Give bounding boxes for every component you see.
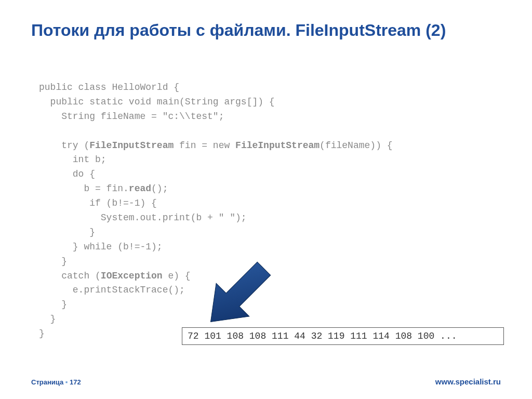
footer-page-label: Страница — [31, 378, 63, 386]
code-line: try (FileInputStream fin = new FileInput… — [39, 140, 393, 151]
code-line: int b; — [39, 154, 107, 165]
code-line: b = fin.read(); — [39, 183, 168, 194]
code-line: if (b!=-1) { — [39, 198, 157, 208]
output-box: 72 101 108 108 111 44 32 119 111 114 108… — [182, 327, 504, 345]
code-line: } — [39, 314, 56, 324]
code-line: } while (b!=-1); — [39, 242, 163, 252]
code-line: } — [39, 328, 45, 339]
code-line: String fileName = "c:\\test"; — [39, 111, 224, 122]
footer-page-number: 172 — [70, 378, 81, 386]
code-line: public class HelloWorld { — [39, 82, 179, 92]
code-line: } — [39, 227, 95, 237]
code-line: } — [39, 299, 67, 310]
code-line: public static void main(String args[]) { — [39, 97, 275, 107]
code-line: do { — [39, 169, 95, 179]
slide-title: Потоки для работы с файлами. FileInputSt… — [31, 20, 501, 41]
footer-url: www.specialist.ru — [435, 377, 501, 386]
code-line: } — [39, 256, 67, 267]
arrow-icon — [195, 255, 278, 338]
code-line: catch (IOException e) { — [39, 271, 191, 281]
footer-page: Страница ▪ 172 — [31, 378, 81, 386]
code-line: e.printStackTrace(); — [39, 285, 185, 295]
slide: Потоки для работы с файлами. FileInputSt… — [0, 0, 532, 399]
footer-separator-icon: ▪ — [65, 378, 70, 386]
code-line: System.out.print(b + " "); — [39, 212, 247, 223]
